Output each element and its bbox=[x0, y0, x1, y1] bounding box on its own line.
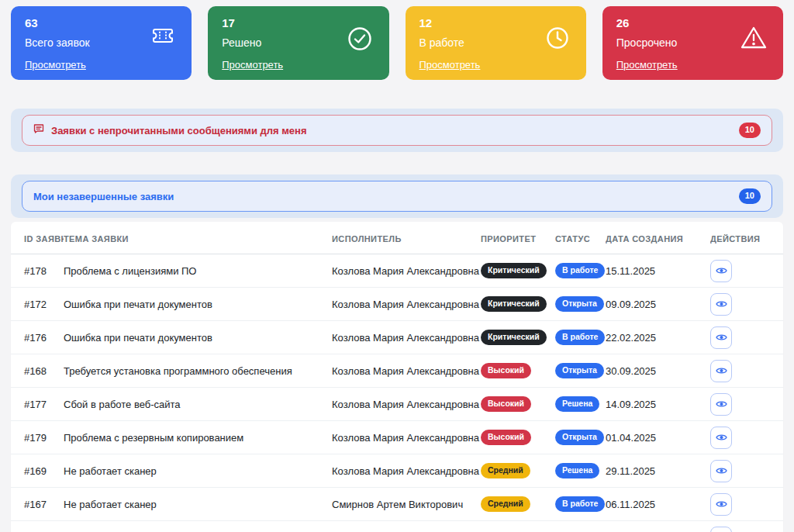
eye-icon bbox=[716, 299, 727, 309]
clock-icon bbox=[544, 25, 571, 54]
ticket-assignee-cell: Козлова Мария Александровна bbox=[332, 421, 481, 454]
ticket-subject-cell: Проблема с резервным копированием bbox=[64, 421, 332, 454]
column-header: ДЕЙСТВИЯ bbox=[710, 222, 783, 254]
view-ticket-button[interactable] bbox=[710, 460, 732, 482]
priority-badge: Средний bbox=[481, 496, 530, 511]
view-ticket-button[interactable] bbox=[710, 260, 732, 282]
warning-icon bbox=[740, 25, 768, 54]
overdue-tickets-view-link[interactable]: Просмотреть bbox=[616, 59, 678, 71]
ticket-id-cell: #172 bbox=[11, 288, 64, 321]
ticket-subject-cell: Сбой в работе веб-сайта bbox=[64, 388, 332, 421]
table-row: #178 Проблема с лицензиями ПО Козлова Ма… bbox=[11, 254, 783, 288]
view-ticket-button[interactable] bbox=[710, 493, 732, 516]
chat-message-icon bbox=[33, 123, 44, 137]
ticket-assignee-cell: Смирнов Артем Викторович bbox=[332, 488, 481, 521]
ticket-id-cell: #168 bbox=[11, 354, 64, 388]
ticket-subject-cell: Не работает сканер bbox=[64, 454, 332, 488]
total-tickets-view-link[interactable]: Просмотреть bbox=[25, 59, 86, 71]
ticket-assignee-cell: Козлова Мария Александровна bbox=[332, 321, 481, 354]
table-row: #179 Проблема с резервным копированием К… bbox=[11, 421, 783, 454]
eye-icon bbox=[716, 499, 727, 509]
ticket-created-date-cell: 14.09.2025 bbox=[606, 388, 710, 421]
ticket-created-date-cell: 01.04.2025 bbox=[606, 421, 710, 454]
priority-badge: Критический bbox=[481, 330, 547, 344]
priority-badge: Высокий bbox=[481, 430, 531, 444]
ticket-assignee-cell: Козлова Мария Александровна bbox=[332, 288, 481, 321]
ticket-created-date-cell: 15.11.2025 bbox=[606, 254, 710, 288]
ticket-created-date-cell: 30.09.2025 bbox=[606, 354, 710, 388]
status-badge: Открыта bbox=[555, 363, 604, 378]
ticket-created-date-cell: 29.11.2025 bbox=[606, 454, 710, 488]
ticket-subject-cell: Ошибка при печати документов bbox=[64, 321, 332, 354]
ticket-assignee-cell: Козлова Мария Александровна bbox=[332, 354, 481, 388]
view-ticket-button[interactable] bbox=[710, 527, 732, 532]
eye-icon bbox=[716, 466, 727, 475]
table-row bbox=[11, 521, 783, 532]
resolved-tickets-view-link[interactable]: Просмотреть bbox=[222, 59, 283, 71]
eye-icon bbox=[716, 266, 727, 275]
stat-card-overdue: 26 Просрочено Просмотреть bbox=[602, 6, 783, 80]
stat-card-in-progress: 12 В работе Просмотреть bbox=[406, 6, 586, 80]
ticket-icon bbox=[150, 25, 176, 50]
open-tickets-band: Мои незавершенные заявки 10 bbox=[11, 174, 783, 218]
ticket-created-date-cell: 22.02.2025 bbox=[606, 321, 710, 354]
table-header-row: ID ЗАЯВКИТЕМА ЗАЯВКИИСПОЛНИТЕЛЬПРИОРИТЕТ… bbox=[11, 222, 783, 254]
ticket-subject-cell: Не работает сканер bbox=[64, 488, 332, 521]
status-badge: Открыта bbox=[555, 296, 604, 311]
table-row: #169 Не работает сканер Козлова Мария Ал… bbox=[11, 454, 783, 488]
open-tickets-text: Мои незавершенные заявки bbox=[33, 191, 174, 202]
view-ticket-button[interactable] bbox=[710, 393, 732, 416]
ticket-assignee-cell: Козлова Мария Александровна bbox=[332, 388, 481, 421]
ticket-id-cell: #177 bbox=[11, 388, 64, 421]
table-row: #177 Сбой в работе веб-сайта Козлова Мар… bbox=[11, 388, 783, 421]
open-tickets-badge: 10 bbox=[739, 188, 761, 203]
status-badge: Решена bbox=[555, 463, 599, 478]
eye-icon bbox=[716, 399, 727, 409]
column-header: ИСПОЛНИТЕЛЬ bbox=[332, 222, 481, 254]
priority-badge: Высокий bbox=[481, 363, 531, 378]
stat-card-total: 63 Всего заявок Просмотреть bbox=[11, 6, 192, 80]
status-badge: В работе bbox=[555, 330, 605, 344]
column-header: ДАТА СОЗДАНИЯ bbox=[606, 222, 710, 254]
in-progress-tickets-view-link[interactable]: Просмотреть bbox=[419, 59, 481, 71]
unread-messages-alert[interactable]: Заявки с непрочитанными сообщениями для … bbox=[22, 115, 772, 146]
eye-icon bbox=[716, 333, 727, 342]
ticket-created-date-cell: 09.09.2025 bbox=[606, 288, 710, 321]
ticket-id-cell bbox=[11, 521, 64, 532]
table-row: #176 Ошибка при печати документов Козлов… bbox=[11, 321, 783, 354]
ticket-id-cell: #179 bbox=[11, 421, 64, 454]
status-badge: В работе bbox=[555, 263, 605, 278]
ticket-assignee-cell bbox=[332, 521, 481, 532]
ticket-subject-cell: Ошибка при печати документов bbox=[64, 288, 332, 321]
column-header: ID ЗАЯВКИ bbox=[11, 222, 64, 254]
priority-badge: Высокий bbox=[481, 396, 531, 411]
ticket-created-date-cell bbox=[606, 521, 710, 532]
ticket-created-date-cell: 06.11.2025 bbox=[606, 488, 710, 521]
ticket-assignee-cell: Козлова Мария Александровна bbox=[332, 254, 481, 288]
ticket-id-cell: #167 bbox=[11, 488, 64, 521]
ticket-subject-cell bbox=[64, 521, 332, 532]
eye-icon bbox=[716, 366, 727, 375]
unread-messages-band: Заявки с непрочитанными сообщениями для … bbox=[11, 109, 783, 152]
view-ticket-button[interactable] bbox=[710, 360, 732, 382]
table-row: #168 Требуется установка программного об… bbox=[11, 354, 783, 388]
open-tickets-alert[interactable]: Мои незавершенные заявки 10 bbox=[22, 181, 772, 212]
view-ticket-button[interactable] bbox=[710, 293, 732, 316]
ticket-subject-cell: Требуется установка программного обеспеч… bbox=[64, 354, 332, 388]
ticket-id-cell: #178 bbox=[11, 254, 64, 288]
unread-messages-badge: 10 bbox=[739, 123, 761, 137]
stat-card-resolved: 17 Решено Просмотреть bbox=[208, 6, 388, 80]
view-ticket-button[interactable] bbox=[710, 326, 732, 349]
unread-messages-text: Заявки с непрочитанными сообщениями для … bbox=[51, 125, 307, 136]
table-row: #172 Ошибка при печати документов Козлов… bbox=[11, 288, 783, 321]
priority-badge: Критический bbox=[481, 263, 547, 278]
ticket-id-cell: #169 bbox=[11, 454, 64, 488]
status-badge: Открыта bbox=[555, 430, 604, 444]
status-badge: В работе bbox=[555, 496, 605, 511]
tickets-table-container: ID ЗАЯВКИТЕМА ЗАЯВКИИСПОЛНИТЕЛЬПРИОРИТЕТ… bbox=[11, 222, 783, 532]
view-ticket-button[interactable] bbox=[710, 427, 732, 449]
column-header: СТАТУС bbox=[555, 222, 606, 254]
status-badge: Решена bbox=[555, 396, 599, 411]
stat-cards-row: 63 Всего заявок Просмотреть 17 Решено Пр… bbox=[0, 0, 794, 80]
ticket-assignee-cell: Козлова Мария Александровна bbox=[332, 454, 481, 488]
